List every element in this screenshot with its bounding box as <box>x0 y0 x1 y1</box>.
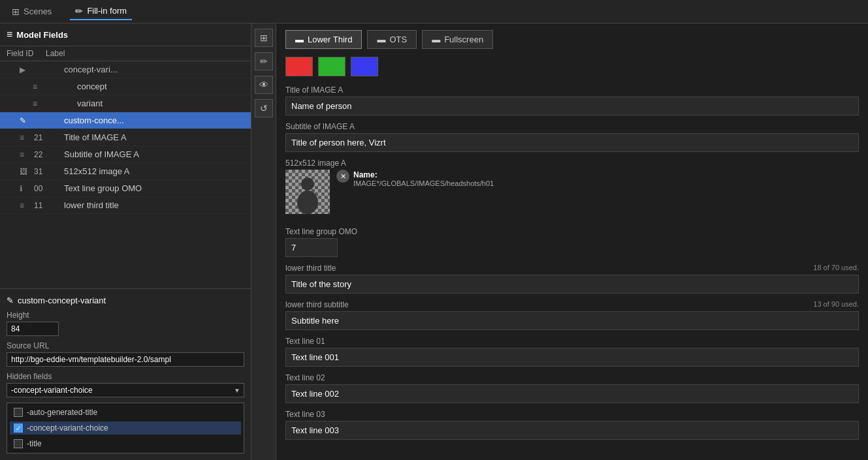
field-icon-concept: ≡ <box>33 82 43 91</box>
hidden-fields-row: Hidden fields -concept-variant-choice -t… <box>7 372 244 397</box>
swatch-red[interactable] <box>285 57 313 76</box>
char-count-subtitle: 13 of 90 used. <box>813 300 859 309</box>
sidebar-btn-grid[interactable]: ⊞ <box>255 29 273 47</box>
color-swatches <box>285 57 859 76</box>
view-btn-ots[interactable]: ▬ OTS <box>367 30 417 49</box>
fields-list: ▶ concept-vari... ≡ concept ≡ variant ✎ … <box>0 61 251 288</box>
input-lower-third-subtitle[interactable] <box>285 311 859 330</box>
hidden-fields-select-wrapper: -concept-variant-choice -title -auto-gen… <box>7 383 244 397</box>
field-label-text-line-03: Text line 03 <box>285 410 859 419</box>
input-text-group[interactable] <box>285 238 338 257</box>
hidden-fields-select[interactable]: -concept-variant-choice -title -auto-gen… <box>7 383 244 397</box>
fill-in-form-label: Fill-in form <box>87 6 127 16</box>
image-thumbnail-a <box>285 170 330 214</box>
image-field-a: ✕ Name: IMAGE*/GLOBALS/IMAGES/headshots/… <box>285 170 859 214</box>
field-item-21[interactable]: ≡ 21 Title of IMAGE A <box>0 129 251 146</box>
source-url-row: Source URL <box>7 341 244 367</box>
field-icon-0: ▶ <box>20 65 30 74</box>
field-label-image-a: 512x512 image A <box>285 159 859 168</box>
input-title-image-a[interactable] <box>285 97 859 115</box>
field-label-text-line-01: Text line 01 <box>285 337 859 346</box>
sidebar-icons: ⊞ ✏ 👁 ↺ <box>251 23 276 460</box>
checkbox-label-title: -title <box>27 439 42 448</box>
char-count-title: 18 of 70 used. <box>813 264 859 273</box>
model-fields-header: ≡ Model Fields <box>0 23 251 46</box>
checkbox-auto-generated-title[interactable]: -auto-generated-title <box>10 406 241 419</box>
concept-variant-text: custom-concept-variant <box>18 296 106 305</box>
view-btn-fullscreen[interactable]: ▬ Fullscreen <box>422 30 493 49</box>
field-label-lower-third-subtitle: lower third subtitle 13 of 90 used. <box>285 300 859 309</box>
image-name-row: ✕ Name: IMAGE*/GLOBALS/IMAGES/headshots/… <box>336 170 859 187</box>
height-input[interactable] <box>7 322 59 336</box>
field-item-00[interactable]: ℹ 00 Text line group OMO <box>0 180 251 197</box>
field-section-title-image-a: Title of IMAGE A <box>285 85 859 115</box>
model-fields-title: Model Fields <box>16 30 68 40</box>
field-item-custom-concept[interactable]: ✎ custom-conce... <box>0 112 251 129</box>
left-bottom: ✎ custom-concept-variant Height Source U… <box>0 288 251 460</box>
svg-point-6 <box>301 177 314 191</box>
checkbox-label-auto: -auto-generated-title <box>27 408 97 417</box>
field-section-lower-third-subtitle: lower third subtitle 13 of 90 used. <box>285 300 859 330</box>
field-icon-31: 🖼 <box>20 167 30 176</box>
tab-fill-in-form[interactable]: ✏ Fill-in form <box>70 3 132 20</box>
top-bar: ⊞ Scenes ✏ Fill-in form <box>0 0 868 23</box>
input-text-line-02[interactable] <box>285 384 859 403</box>
field-icon-21: ≡ <box>20 133 30 142</box>
lower-third-label: Lower Third <box>308 35 352 44</box>
thumbnail-svg <box>285 170 330 214</box>
field-icon-22: ≡ <box>20 150 30 159</box>
input-subtitle-image-a[interactable] <box>285 133 859 152</box>
input-lower-third-title[interactable] <box>285 275 859 294</box>
height-row: Height <box>7 311 244 336</box>
input-text-line-01[interactable] <box>285 348 859 367</box>
field-label-subtitle-image-a: Subtitle of IMAGE A <box>285 122 859 131</box>
fullscreen-icon: ▬ <box>432 35 440 44</box>
image-name-text: Name: IMAGE*/GLOBALS/IMAGES/headshots/h0… <box>353 170 494 187</box>
field-item-31[interactable]: 🖼 31 512x512 image A <box>0 163 251 180</box>
checkbox-box-title <box>14 439 23 448</box>
field-item-variant[interactable]: ≡ variant <box>0 95 251 112</box>
field-icon-00: ℹ <box>20 184 30 193</box>
col-id-header: Field ID <box>7 49 46 58</box>
hamburger-icon: ≡ <box>7 29 12 40</box>
concept-icon: ✎ <box>7 296 14 305</box>
field-section-image-a: 512x512 image A <box>285 159 859 221</box>
field-item-concept[interactable]: ≡ concept <box>0 78 251 95</box>
field-item-22[interactable]: ≡ 22 Subtitle of IMAGE A <box>0 146 251 163</box>
field-icon-variant: ≡ <box>33 99 43 108</box>
sidebar-btn-refresh[interactable]: ↺ <box>255 99 273 117</box>
hidden-fields-label: Hidden fields <box>7 372 244 381</box>
field-label-text-group: Text line group OMO <box>285 227 859 236</box>
source-url-input[interactable] <box>7 352 244 367</box>
sidebar-btn-eye[interactable]: 👁 <box>255 76 273 94</box>
ots-label: OTS <box>389 35 407 44</box>
sidebar-btn-edit[interactable]: ✏ <box>255 52 273 70</box>
scenes-icon: ⊞ <box>12 7 20 17</box>
fields-table-header: Field ID Label <box>0 46 251 61</box>
lower-third-icon: ▬ <box>295 35 304 44</box>
image-close-btn[interactable]: ✕ <box>336 170 349 183</box>
field-icon-custom: ✎ <box>20 116 30 125</box>
field-section-text-group: Text line group OMO <box>285 227 859 257</box>
view-btn-lower-third[interactable]: ▬ Lower Third <box>285 30 362 49</box>
swatch-blue[interactable] <box>351 57 378 76</box>
svg-point-7 <box>297 191 318 214</box>
checkbox-concept-variant-choice[interactable]: ✓ -concept-variant-choice <box>10 422 241 435</box>
checkbox-title[interactable]: -title <box>10 437 241 450</box>
view-buttons: ▬ Lower Third ▬ OTS ▬ Fullscreen <box>285 30 859 49</box>
swatch-green[interactable] <box>318 57 346 76</box>
field-item-concept-vari[interactable]: ▶ concept-vari... <box>0 61 251 78</box>
checkbox-label-concept: -concept-variant-choice <box>27 423 108 433</box>
field-section-text-line-01: Text line 01 <box>285 337 859 367</box>
field-label-lower-third-title: lower third title 18 of 70 used. <box>285 264 859 273</box>
tab-scenes[interactable]: ⊞ Scenes <box>7 4 57 20</box>
concept-variant-label: ✎ custom-concept-variant <box>7 296 244 305</box>
image-path: IMAGE*/GLOBALS/IMAGES/headshots/h01 <box>353 179 494 187</box>
field-item-11[interactable]: ≡ 11 lower third title <box>0 197 251 214</box>
source-url-label: Source URL <box>7 341 244 350</box>
field-label-text-line-02: Text line 02 <box>285 373 859 382</box>
scenes-label: Scenes <box>24 7 52 16</box>
image-info-a: ✕ Name: IMAGE*/GLOBALS/IMAGES/headshots/… <box>336 170 859 187</box>
checkbox-list: -auto-generated-title ✓ -concept-variant… <box>7 403 244 453</box>
input-text-line-03[interactable] <box>285 421 859 440</box>
